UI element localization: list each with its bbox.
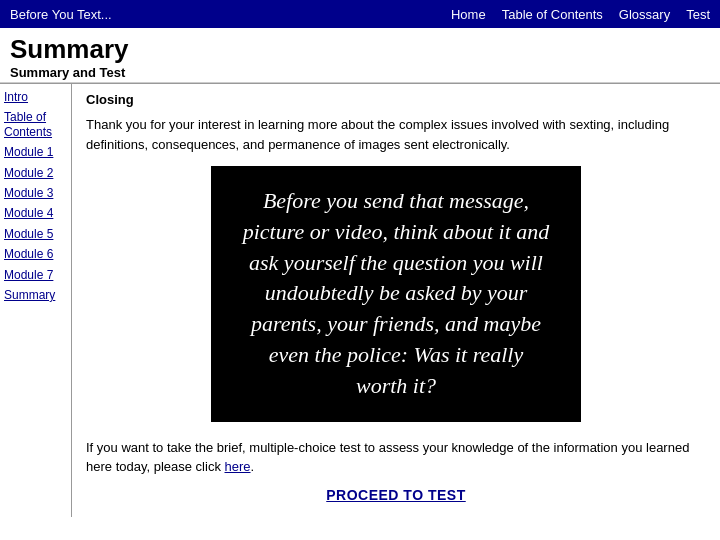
page-title: Summary — [10, 34, 710, 65]
home-link[interactable]: Home — [451, 7, 486, 22]
glossary-link[interactable]: Glossary — [619, 7, 670, 22]
quote-box: Before you send that message, picture or… — [211, 166, 581, 422]
top-nav-bar: Before You Text... Home Table of Content… — [0, 0, 720, 28]
sidebar-summary[interactable]: Summary — [4, 288, 67, 302]
sidebar-module1[interactable]: Module 1 — [4, 145, 67, 159]
nav-links: Home Table of Contents Glossary Test — [451, 7, 710, 22]
sidebar: Intro Table of Contents Module 1 Module … — [0, 84, 72, 517]
sidebar-module5[interactable]: Module 5 — [4, 227, 67, 241]
sidebar-intro[interactable]: Intro — [4, 90, 67, 104]
sidebar-module2[interactable]: Module 2 — [4, 166, 67, 180]
section-title: Closing — [86, 92, 706, 107]
sidebar-module7[interactable]: Module 7 — [4, 268, 67, 282]
bottom-text-after: . — [251, 459, 255, 474]
bottom-text-before: If you want to take the brief, multiple-… — [86, 440, 689, 475]
test-link[interactable]: Test — [686, 7, 710, 22]
closing-text: Thank you for your interest in learning … — [86, 115, 706, 154]
sidebar-module3[interactable]: Module 3 — [4, 186, 67, 200]
page-header: Summary Summary and Test — [0, 28, 720, 83]
toc-link[interactable]: Table of Contents — [502, 7, 603, 22]
page-subtitle: Summary and Test — [10, 65, 710, 80]
app-title: Before You Text... — [10, 7, 451, 22]
sidebar-toc[interactable]: Table of Contents — [4, 110, 67, 139]
proceed-to-test-link[interactable]: PROCEED TO TEST — [86, 487, 706, 503]
quote-text: Before you send that message, picture or… — [243, 188, 550, 398]
bottom-paragraph: If you want to take the brief, multiple-… — [86, 438, 706, 477]
sidebar-module4[interactable]: Module 4 — [4, 206, 67, 220]
main-layout: Intro Table of Contents Module 1 Module … — [0, 83, 720, 517]
content-area: Closing Thank you for your interest in l… — [72, 84, 720, 517]
sidebar-module6[interactable]: Module 6 — [4, 247, 67, 261]
here-link[interactable]: here — [225, 459, 251, 474]
